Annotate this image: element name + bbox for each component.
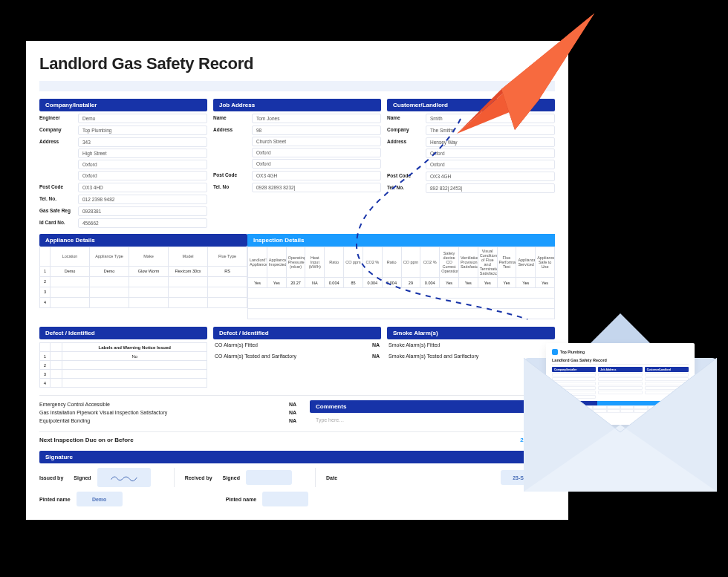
job-postcode-value: OX3 4GH bbox=[252, 171, 381, 180]
inspection-details-table: Landlord's Appliance Appliance Inspected… bbox=[247, 247, 555, 319]
job-postcode-label: Post Code bbox=[213, 171, 252, 177]
printed-name-row: Pinted name Demo Pinted name bbox=[39, 492, 555, 506]
emergency-control-label: Emergency Control Accessible bbox=[39, 402, 267, 407]
job-address-heading: Job Address bbox=[213, 99, 381, 111]
co-fitted-label: CO Alarm(s) Fitted bbox=[215, 342, 258, 348]
printed-name-label-received: Pinted name bbox=[226, 497, 257, 502]
address-line: Oxford bbox=[252, 159, 381, 169]
defect-heading-left: Defect / Identified bbox=[39, 327, 207, 339]
issued-signature-box[interactable] bbox=[97, 468, 151, 487]
tel-value: 012 2398 9482 bbox=[78, 195, 207, 204]
labels-warning-col: Labels and Warning Notice Issued bbox=[62, 343, 207, 352]
signed-label-received: Signed bbox=[223, 475, 240, 480]
address-line: Oxford bbox=[252, 148, 381, 157]
comments-input[interactable]: Type here… bbox=[310, 413, 555, 427]
cust-company-label: Company bbox=[387, 125, 426, 132]
pipework-inspection-value: NA bbox=[267, 410, 296, 415]
inspection-details-heading: Inspection Details bbox=[247, 234, 555, 247]
job-address-label: Address bbox=[213, 125, 252, 132]
engineer-value: Demo bbox=[78, 114, 207, 123]
address-line: High Street bbox=[78, 149, 207, 158]
address-line: Oxford bbox=[426, 160, 555, 169]
cust-name-label: Name bbox=[387, 114, 426, 120]
table-header-row: Landlord's Appliance Appliance Inspected… bbox=[248, 247, 555, 278]
col-flue: Flue Type bbox=[208, 247, 247, 267]
table-row: 1DemoDemoGlow WormFlexicom 30cxRS bbox=[40, 267, 247, 277]
engineer-label: Engineer bbox=[39, 114, 78, 120]
address-line: Oxford bbox=[78, 160, 207, 169]
address-line: Oxford bbox=[426, 149, 555, 158]
comments-panel: Comments Type here… bbox=[310, 400, 555, 427]
paper-plane-icon bbox=[449, 7, 598, 141]
bonding-label: Equipotential Bonding bbox=[39, 418, 267, 423]
col-location: Location bbox=[51, 247, 90, 267]
brand-icon bbox=[552, 349, 558, 355]
postcode-label: Post Code bbox=[39, 183, 78, 189]
next-inspection-row: Next Inspection Due on or Before 22-Sep-… bbox=[39, 431, 555, 443]
emergency-control-value: NA bbox=[267, 402, 296, 407]
cust-tel-value: 892 832| 2453| bbox=[426, 183, 555, 193]
co-tested-value: NA bbox=[372, 353, 380, 359]
envelope-illustration: Top Plumbing Landlord Gas Safety Record … bbox=[524, 358, 717, 492]
table-row: 4 bbox=[40, 298, 247, 308]
id-card-label: Id Card No. bbox=[39, 218, 78, 225]
tel-label: Tel. No. bbox=[39, 195, 78, 201]
table-header-row: Location Appliance Type Make Model Flue … bbox=[40, 247, 247, 267]
cust-address-label: Address bbox=[387, 137, 426, 144]
table-row: 2 bbox=[40, 277, 247, 287]
address-line: 343 bbox=[78, 137, 207, 147]
smoke-tested-label: Smoke Alarm(s) Tested and Sarifactory bbox=[389, 353, 478, 359]
col-make: Make bbox=[129, 247, 169, 267]
co-fitted-value: NA bbox=[372, 342, 380, 348]
job-address-panel: Job Address NameTom Jones Address 98 Chu… bbox=[213, 99, 381, 228]
signed-label-issued: Signed bbox=[74, 475, 91, 480]
printed-name-value-issued: Demo bbox=[77, 492, 123, 506]
job-tel-label: Tel. No bbox=[213, 183, 252, 189]
gas-safe-reg-value: 0928381 bbox=[78, 206, 207, 216]
details-tables-row: Appliance Details Location Appliance Typ… bbox=[39, 234, 555, 319]
defect-table: Labels and Warning Notice Issued 1No 2 3… bbox=[39, 342, 207, 388]
cust-postcode-value: OX3 4GH bbox=[426, 172, 555, 181]
company-label: Company bbox=[39, 125, 78, 132]
comments-heading: Comments bbox=[310, 400, 555, 413]
appliance-details-table: Location Appliance Type Make Model Flue … bbox=[39, 247, 247, 308]
defect-identified-panel-mid: Defect / Identified CO Alarm(s) FittedNA… bbox=[213, 327, 381, 388]
cust-tel-label: Tel. No. bbox=[387, 183, 426, 190]
id-card-value: 456662 bbox=[78, 218, 207, 228]
company-installer-heading: Company/Installer bbox=[39, 99, 207, 111]
signature-scribble-icon bbox=[109, 472, 139, 483]
pipework-inspection-label: Gas Installation Pipework Visual Inspect… bbox=[39, 410, 267, 415]
gas-safe-reg-label: Gas Safe Reg bbox=[39, 206, 78, 213]
issued-by-label: Issued by bbox=[39, 475, 63, 480]
col-num bbox=[40, 247, 51, 267]
received-by-label: Reeived by bbox=[185, 475, 212, 480]
signature-heading: Signature bbox=[39, 451, 555, 463]
col-model: Model bbox=[169, 247, 208, 267]
smoke-fitted-label: Smoke Alarm(s) Fitted bbox=[389, 342, 440, 348]
address-line: Oxford bbox=[78, 171, 207, 180]
job-name-value: Tom Jones bbox=[252, 114, 381, 123]
job-tel-value: 0928 82893 8232| bbox=[252, 183, 381, 192]
address-line: Church Street bbox=[252, 137, 381, 146]
printed-name-label-issued: Pinted name bbox=[39, 497, 71, 502]
envelope-front-icon bbox=[524, 358, 717, 492]
table-row bbox=[248, 299, 555, 309]
job-name-label: Name bbox=[213, 114, 252, 120]
company-installer-panel: Company/Installer EngineerDemo CompanyTo… bbox=[39, 99, 207, 228]
bonding-value: NA bbox=[267, 418, 296, 423]
table-row: Yes Yes 20.27 NA 0.004 85 0.004 0.004 29… bbox=[248, 278, 555, 288]
checks-section: Emergency Control AccessibleNA Gas Insta… bbox=[39, 395, 555, 427]
co-tested-label: CO Alarm(s) Tested and Sarifactory bbox=[215, 353, 296, 359]
appliance-details-heading: Appliance Details bbox=[39, 234, 247, 247]
next-inspection-label: Next Inspection Due on or Before bbox=[39, 437, 134, 443]
brand-name: Top Plumbing bbox=[560, 350, 585, 354]
address-line: 98 bbox=[252, 125, 381, 135]
table-row bbox=[248, 288, 555, 299]
signature-row: Issued by Signed Reeived by Signed Date … bbox=[39, 468, 555, 487]
date-label: Date bbox=[326, 475, 337, 480]
defect-smoke-row: Defect / Identified Labels and Warning N… bbox=[39, 327, 555, 388]
table-row: 3 bbox=[40, 287, 247, 298]
address-label: Address bbox=[39, 137, 78, 144]
received-signature-box[interactable] bbox=[246, 470, 292, 485]
printed-name-value-received bbox=[262, 492, 308, 506]
